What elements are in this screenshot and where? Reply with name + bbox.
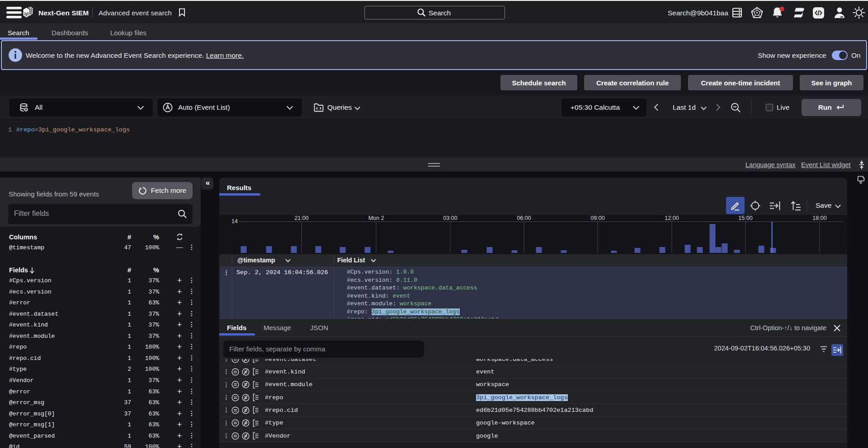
svg-text:03:00: 03:00: [443, 215, 457, 221]
svg-text:15:00: 15:00: [738, 215, 752, 221]
svg-text:09:00: 09:00: [590, 215, 604, 221]
svg-text:18:00: 18:00: [812, 215, 826, 221]
svg-text:Mon 2: Mon 2: [368, 215, 384, 221]
svg-text:06:00: 06:00: [517, 215, 531, 221]
svg-text:14: 14: [231, 218, 238, 224]
svg-text:12:00: 12:00: [665, 215, 679, 221]
svg-text:21:00: 21:00: [294, 215, 308, 221]
